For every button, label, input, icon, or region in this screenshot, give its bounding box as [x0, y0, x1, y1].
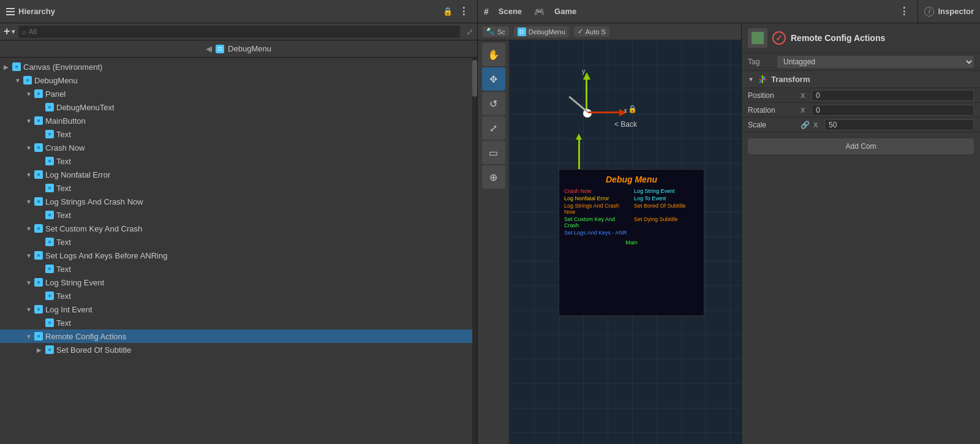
rotation-x-input[interactable] — [812, 105, 974, 116]
tree-cube-icon — [45, 238, 54, 246]
inspector-header: i Inspector — [918, 0, 980, 23]
tree-cube-icon — [34, 305, 43, 314]
tree-item-text: Log Strings And Crash Now — [45, 197, 143, 206]
tree-item[interactable]: Text — [0, 235, 477, 249]
debug-set-logs-anr[interactable]: Set Logs And Keys - ANR — [564, 230, 629, 236]
tree-item-text: Text — [56, 292, 71, 301]
tree-cube-icon — [34, 332, 43, 341]
hash-icon: # — [484, 7, 489, 17]
expand-icon[interactable]: ⤢ — [466, 27, 473, 37]
transform-section-header[interactable]: ▼ Transform — [742, 71, 980, 88]
tree-item[interactable]: DebugMenuText — [0, 100, 477, 114]
active-checkbox[interactable]: ✓ — [772, 31, 786, 45]
tree-item[interactable]: Set Bored Of Subtitle — [0, 343, 477, 356]
tree-cube-icon — [34, 251, 43, 260]
info-icon: i — [924, 7, 934, 17]
debug-set-dying[interactable]: Set Dying Subtitle — [634, 216, 699, 228]
auto-save-label: Auto S — [586, 28, 606, 36]
search-icon: ⌕ — [22, 28, 26, 36]
hierarchy-dots-menu[interactable]: ⋮ — [456, 6, 471, 17]
debug-menu-breadcrumb-btn[interactable]: ◻ DebugMenu — [514, 26, 569, 37]
link-icon[interactable]: 🔗 — [801, 121, 810, 129]
tree-item[interactable]: Text — [0, 181, 477, 195]
debug-set-custom-key[interactable]: Set Custom Key And Crash — [564, 216, 629, 228]
position-x-axis: X — [801, 92, 808, 99]
gizmo-lock-icon: 🔒 — [628, 105, 637, 113]
svg-rect-21 — [37, 200, 40, 203]
hamburger-icon[interactable] — [6, 8, 15, 15]
tree-item-label: MainButton — [34, 116, 86, 126]
tree-arrow — [37, 347, 45, 353]
custom-tool-btn[interactable]: ⊕ — [482, 165, 505, 189]
tree-cube-icon — [45, 265, 54, 273]
scene-dots-menu[interactable]: ⋮ — [897, 6, 911, 17]
tree-item[interactable]: Set Logs And Keys Before ANRing — [0, 249, 477, 262]
tree-item[interactable]: Text — [0, 208, 477, 222]
game-tab-label[interactable]: Game — [548, 7, 582, 16]
add-component-button[interactable]: Add Com — [748, 138, 974, 154]
scale-row: Scale 🔗 X — [742, 118, 980, 132]
tree-item[interactable]: Crash Now — [0, 141, 477, 154]
svg-rect-1 — [15, 66, 18, 68]
hand-tool-btn[interactable]: ✋ — [482, 43, 505, 66]
debug-crash-now[interactable]: Crash Now — [564, 188, 629, 194]
tree-item[interactable]: Log Int Event — [0, 303, 477, 316]
tree-item[interactable]: Remote Config Actions — [0, 329, 477, 343]
scale-x-input[interactable] — [824, 119, 974, 130]
tree-item-label: Canvas (Environment) — [12, 62, 102, 72]
debug-log-strings-crash[interactable]: Log Strings And Crash Now — [564, 203, 629, 215]
tree-item[interactable]: Log String Event — [0, 276, 477, 289]
debug-log-string-event[interactable]: Log String Event — [634, 188, 699, 194]
tree-item-label: DebugMenu — [23, 76, 78, 85]
scene-tab-label[interactable]: Scene — [492, 7, 528, 16]
back-button[interactable]: < Back — [614, 120, 637, 129]
tree-item[interactable]: Panel — [0, 87, 477, 100]
tree-item[interactable]: Log Nonfatal Error — [0, 168, 477, 181]
hierarchy-breadcrumb: ◀ ◻ DebugMenu — [0, 40, 477, 58]
rotate-tool-btn[interactable]: ↺ — [482, 92, 505, 115]
position-x-input[interactable] — [812, 90, 974, 101]
tree-item[interactable]: Text — [0, 154, 477, 168]
tag-dropdown[interactable]: Untagged — [777, 56, 974, 68]
scene-viewport[interactable]: y x 🔒 < Back — [510, 40, 741, 444]
tree-item-text: Text — [56, 238, 71, 247]
debug-log-nonfatal[interactable]: Log Nonfatal Error — [564, 195, 629, 201]
tree-arrow — [26, 306, 34, 313]
svg-rect-27 — [48, 241, 51, 243]
svg-rect-9 — [37, 119, 40, 122]
hierarchy-panel: +▾ ⌕ ⤢ ◀ ◻ DebugMenu Canvas — [0, 23, 478, 444]
scene-sc-btn[interactable]: 🔦 Sc — [483, 26, 509, 37]
tree-arrow — [26, 279, 34, 286]
lock-icon[interactable]: 🔒 — [443, 7, 453, 16]
rect-tool-btn[interactable]: ▭ — [482, 141, 505, 164]
gizmo-x-axis — [588, 111, 622, 113]
tree-item[interactable]: Canvas (Environment) — [0, 60, 477, 73]
tree-arrow — [26, 145, 34, 151]
hand-icon: ✋ — [488, 49, 500, 61]
tag-label: Tag — [748, 58, 772, 66]
debug-set-bored[interactable]: Set Bored Of Subtitle — [634, 203, 699, 215]
tree-item[interactable]: Text — [0, 316, 477, 329]
tree-item-label: Set Logs And Keys Before ANRing — [34, 251, 167, 260]
tree-item[interactable]: Text — [0, 127, 477, 141]
debug-main-btn[interactable]: Main — [564, 239, 699, 246]
search-input[interactable] — [29, 28, 456, 36]
scale-tool-btn[interactable]: ⤢ — [482, 116, 505, 140]
tree-item[interactable]: Set Custom Key And Crash — [0, 222, 477, 235]
move-tool-btn[interactable]: ✥ — [482, 67, 505, 91]
auto-save-btn[interactable]: ✓ Auto S — [574, 26, 609, 37]
add-button[interactable]: +▾ — [4, 25, 15, 38]
debug-log-to-event[interactable]: Log To Event — [634, 195, 699, 201]
tree-item[interactable]: Text — [0, 289, 477, 303]
tree-item-text: Log Nonfatal Error — [45, 170, 110, 179]
tree-item[interactable]: DebugMenu — [0, 73, 477, 87]
tree-cube-icon — [34, 278, 43, 287]
hierarchy-scrollbar[interactable] — [472, 58, 477, 444]
back-arrow[interactable]: ◀ — [206, 44, 212, 53]
tree-item[interactable]: MainButton — [0, 114, 477, 127]
gizmo-y-axis — [586, 77, 587, 114]
gizmo-x-label: x — [624, 107, 628, 114]
tree-item[interactable]: Text — [0, 262, 477, 276]
tree-item[interactable]: Log Strings And Crash Now — [0, 195, 477, 208]
scene-subtoolbar: 🔦 Sc ◻ DebugMenu ✓ Auto S — [478, 23, 741, 40]
